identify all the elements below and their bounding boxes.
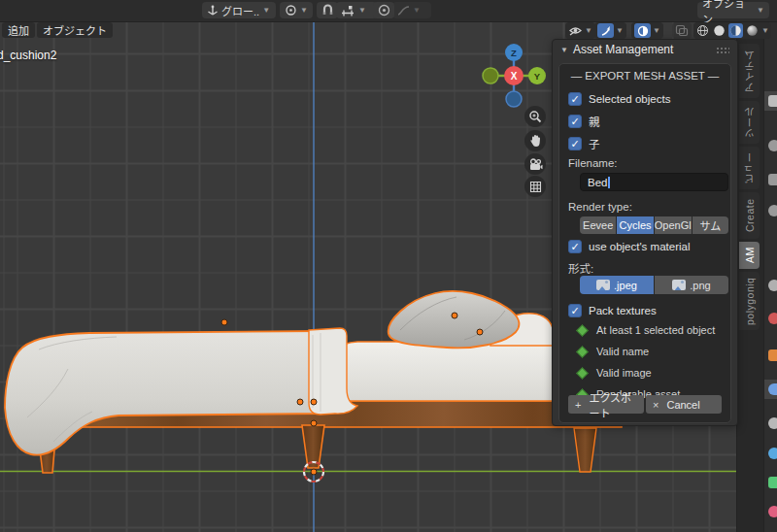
checkbox-row-parent[interactable]: ✓ 親: [568, 114, 600, 128]
gizmo-axis-neg-z[interactable]: [506, 91, 522, 107]
magnet-icon: [321, 4, 334, 17]
gizmos-dropdown[interactable]: ▼: [594, 22, 626, 39]
menu-add[interactable]: 追加: [2, 22, 35, 38]
checkbox-parent[interactable]: ✓: [568, 115, 582, 128]
collapse-triangle-icon[interactable]: ▼: [560, 46, 568, 54]
tab-create[interactable]: Create: [739, 192, 760, 239]
rendered-sphere-icon: [746, 24, 759, 37]
render-type-segment: Eevee Cycles OpenGl サム: [580, 216, 728, 234]
output-tab-icon[interactable]: [768, 174, 777, 185]
scene-tab-icon[interactable]: [768, 280, 777, 291]
format-jpeg-label: .jpeg: [614, 280, 637, 291]
render-type-opengl[interactable]: OpenGl: [655, 216, 692, 234]
checkbox-row-selected-objects[interactable]: ✓ Selected objects: [568, 91, 670, 106]
cancel-button[interactable]: × Cancel: [646, 395, 722, 414]
export-mesh-asset-box: — EXPORT MESH ASSET — ✓ Selected objects…: [558, 63, 731, 423]
checkbox-row-pack-textures[interactable]: ✓ Pack textures: [568, 303, 657, 317]
xray-icon: [675, 24, 689, 37]
gizmo-x-label: X: [511, 71, 518, 82]
render-type-label: Render type:: [568, 201, 632, 213]
menu-object[interactable]: オブジェクト: [37, 22, 113, 38]
format-jpeg[interactable]: .jpeg: [580, 276, 654, 294]
render-type-eevee[interactable]: Eevee: [580, 216, 616, 234]
render-type-cycles[interactable]: Cycles: [617, 216, 653, 234]
menu-add-label: 追加: [8, 22, 29, 38]
snap-target-icon: [341, 5, 355, 17]
tab-am[interactable]: AM: [739, 242, 760, 269]
export-button-label: エクスポート: [589, 389, 637, 420]
status-ok-diamond-icon: [576, 324, 589, 337]
proportional-editing-toggle[interactable]: [373, 2, 394, 18]
checkbox-use-material[interactable]: ✓: [568, 240, 582, 253]
checkbox-child[interactable]: ✓: [568, 137, 582, 150]
magnifier-icon: [528, 110, 542, 123]
snap-target-dropdown[interactable]: ▼: [336, 2, 377, 18]
material-tab-icon[interactable]: [768, 506, 777, 517]
tab-view[interactable]: ビュー: [739, 147, 760, 189]
cancel-button-label: Cancel: [666, 399, 699, 411]
object-tab-icon[interactable]: [768, 349, 777, 361]
grid-icon: [529, 181, 542, 193]
world-tab-icon[interactable]: [768, 313, 777, 324]
checkbox-pack-textures[interactable]: ✓: [568, 304, 582, 317]
action-buttons-row: + エクスポート × Cancel: [568, 395, 722, 414]
proportional-falloff-dropdown[interactable]: ▼: [392, 2, 431, 18]
move-view-button[interactable]: [524, 130, 546, 151]
checkbox-label: 親: [589, 114, 600, 129]
transform-orientation-dropdown[interactable]: グロー.. ▼: [202, 2, 276, 18]
export-button[interactable]: + エクスポート: [568, 395, 644, 414]
particles-tab-icon[interactable]: [768, 417, 777, 429]
overlays-toggle[interactable]: [634, 23, 651, 38]
image-icon: [672, 280, 686, 290]
zoom-button[interactable]: [524, 106, 546, 127]
image-icon: [596, 280, 610, 290]
filename-label: Filename:: [568, 157, 618, 169]
menu-object-label: オブジェクト: [43, 22, 107, 38]
checkbox-label: Pack textures: [589, 305, 657, 316]
shading-wireframe-button[interactable]: [695, 23, 710, 38]
tool-tab-icon[interactable]: [768, 95, 777, 107]
format-png[interactable]: .png: [655, 276, 728, 294]
tab-item[interactable]: アイテム: [739, 44, 760, 98]
object-visibility-dropdown[interactable]: ▼: [565, 22, 595, 39]
panel-title: Asset Management: [573, 43, 673, 56]
view-layer-tab-icon[interactable]: [768, 205, 777, 216]
navigation-gizmo[interactable]: Z Y X: [481, 39, 549, 113]
material-preview-sphere-icon: [729, 24, 742, 37]
tab-tool[interactable]: ツール: [739, 101, 760, 144]
camera-view-button[interactable]: [524, 153, 546, 175]
blender-window: グロー.. ▼ ▼ ▼: [0, 0, 777, 532]
chevron-down-icon: ▼: [413, 7, 421, 15]
close-icon: ×: [653, 399, 659, 411]
active-object-label: d_cushion2: [0, 49, 56, 62]
pivot-point-dropdown[interactable]: ▼: [280, 2, 313, 18]
panel-drag-handle[interactable]: [716, 47, 729, 53]
gizmo-axis-neg-y[interactable]: [483, 68, 498, 83]
tab-polygoniq[interactable]: polygoniq: [739, 272, 760, 330]
xray-toggle[interactable]: [672, 22, 692, 39]
chevron-down-icon: ▼: [300, 7, 308, 15]
hand-icon: [529, 134, 542, 148]
checkbox-row-child[interactable]: ✓ 子: [568, 136, 600, 150]
chevron-down-icon: ▼: [262, 7, 270, 15]
modifiers-tab-icon[interactable]: [768, 383, 777, 395]
snap-toggle-button[interactable]: [317, 2, 338, 18]
physics-tab-icon[interactable]: [768, 448, 777, 459]
overlays-dropdown[interactable]: ▼: [631, 22, 663, 39]
shading-rendered-button[interactable]: [745, 23, 760, 38]
checkbox-row-use-material[interactable]: ✓ use object's material: [568, 239, 690, 253]
asset-management-panel: ▼ Asset Management — EXPORT MESH ASSET —…: [552, 39, 738, 426]
options-dropdown[interactable]: オプション ▼: [697, 2, 769, 18]
filename-input[interactable]: Bed: [580, 173, 728, 191]
shading-material-button[interactable]: [728, 23, 743, 38]
orthographic-toggle-button[interactable]: [524, 176, 546, 197]
gizmo-y-label: Y: [534, 71, 541, 82]
panel-header[interactable]: ▼ Asset Management: [553, 40, 737, 59]
status-row: Valid image: [578, 367, 652, 379]
shading-solid-button[interactable]: [712, 23, 726, 38]
render-type-thumbnail[interactable]: サム: [693, 216, 728, 234]
gizmo-toggle[interactable]: [597, 23, 614, 38]
constraints-tab-icon[interactable]: [768, 477, 777, 488]
render-tab-icon[interactable]: [768, 140, 777, 151]
checkbox-selected-objects[interactable]: ✓: [568, 92, 582, 106]
